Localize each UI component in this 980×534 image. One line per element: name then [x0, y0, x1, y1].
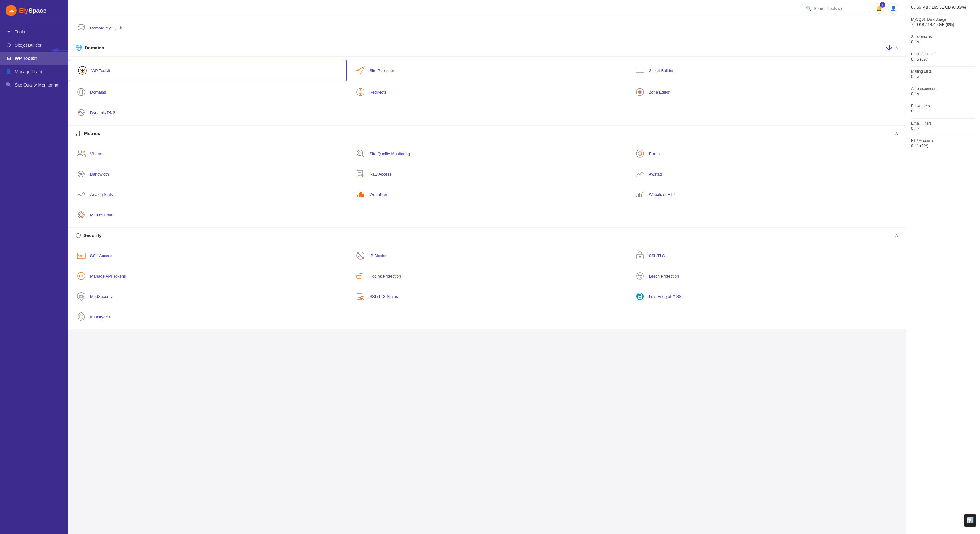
svg-rect-19 — [78, 132, 78, 135]
site-quality-monitoring-tool[interactable]: Site Quality Monitoring — [347, 143, 626, 164]
email-accounts-label: Email Accounts — [911, 52, 975, 56]
user-icon: 👤 — [891, 6, 896, 11]
domains-section-title: 🌐 Domains — [75, 44, 104, 51]
mod-security-tool[interactable]: MOD ModSecurity — [68, 286, 347, 306]
security-toggle[interactable]: ∧ — [895, 233, 899, 238]
bandwidth-label: Bandwidth — [90, 172, 109, 177]
raw-access-tool[interactable]: Raw Access — [347, 164, 626, 184]
ssl-tls-status-label: SSL/TLS Status — [369, 294, 398, 299]
site-publisher-tool[interactable]: Site Publisher — [347, 59, 626, 82]
ssl-tls-status-tool[interactable]: SSL/TLS Status — [347, 286, 626, 306]
ssltls-icon — [634, 250, 646, 261]
manage-api-tokens-tool[interactable]: API Manage API Tokens — [68, 266, 347, 286]
domains-toggle[interactable]: ∧ — [895, 45, 899, 51]
domains-tool[interactable]: Domains — [68, 82, 347, 102]
svg-point-4 — [81, 69, 84, 72]
apitokens-icon: API — [75, 270, 87, 282]
svg-point-6 — [84, 69, 85, 70]
monitor-icon — [634, 65, 646, 77]
svg-rect-18 — [76, 134, 77, 135]
chart-fab-icon: 📊 — [967, 517, 974, 524]
awstats-tool[interactable]: Awstats — [627, 164, 906, 184]
svg-point-21 — [78, 150, 81, 153]
domains-section-header[interactable]: 🌐 Domains ∧ — [68, 39, 906, 57]
subdomains-value: 0 / ∞ — [911, 40, 975, 44]
ip-blocker-tool[interactable]: IP IP Blocker — [347, 245, 626, 266]
security-tools-grid: SSH SSH Access IP — [68, 243, 906, 330]
webalizer-ftp-tool[interactable]: FTP Webalizer FTP — [627, 184, 906, 204]
svg-point-17 — [78, 112, 80, 113]
security-section-header[interactable]: Security ∧ — [68, 228, 906, 243]
bandwidth-tool[interactable]: Bandwidth — [68, 164, 347, 184]
metrics-editor-tool[interactable]: Metrics Editor — [68, 204, 347, 225]
svg-point-5 — [80, 69, 81, 70]
sidebar-item-site-quality[interactable]: 🔍 Site Quality Monitoring — [0, 78, 68, 91]
globe-section-icon: 🌐 — [75, 44, 82, 51]
manage-api-tokens-label: Manage API Tokens — [90, 274, 126, 279]
webalizer-ftp-icon: FTP — [634, 188, 646, 200]
svg-marker-72 — [80, 314, 83, 320]
metrics-toggle[interactable]: ∧ — [895, 131, 899, 136]
shield-icon — [75, 233, 81, 238]
search-input[interactable] — [814, 6, 866, 11]
dynamic-dns-tool[interactable]: Dynamic DNS — [68, 102, 347, 123]
search-box[interactable]: 🔍 — [802, 4, 870, 13]
svg-rect-43 — [641, 194, 642, 198]
visitors-tool[interactable]: Visitors — [68, 143, 347, 164]
email-accounts-value: 0 / 5 (0%) — [911, 57, 975, 62]
sidebar-item-sitejet[interactable]: ⬡ Sitejet Builder — [0, 38, 68, 52]
errors-tool[interactable]: Errors — [627, 143, 906, 164]
ssh-icon: SSH — [75, 250, 87, 261]
wp-toolkit-tool[interactable]: WP Toolkit — [68, 60, 347, 81]
sqm-icon — [355, 148, 366, 159]
ssh-access-tool[interactable]: SSH SSH Access — [68, 245, 347, 266]
mysql-disk-value: 720 KB / 14.49 GB (0%) — [911, 22, 975, 27]
leech-protection-tool[interactable]: Leech Protection — [627, 266, 906, 286]
mod-security-label: ModSecurity — [90, 294, 113, 299]
remote-mysql-item[interactable]: Remote MySQL® — [68, 17, 906, 39]
svg-text:IP: IP — [358, 255, 361, 257]
send-icon — [355, 65, 366, 77]
zone-icon — [634, 86, 646, 98]
redirects-tool[interactable]: Redirects — [347, 82, 626, 102]
logo-icon: ☁ — [6, 5, 17, 16]
sidebar-item-wptoolkit[interactable]: ⊞ WP Toolkit — [0, 52, 68, 65]
svg-point-60 — [641, 275, 642, 276]
site-quality-monitoring-label: Site Quality Monitoring — [369, 151, 410, 156]
search-icon: 🔍 — [806, 6, 811, 11]
zone-editor-tool[interactable]: Zone Editor — [627, 82, 906, 102]
raw-access-label: Raw Access — [369, 172, 391, 177]
disk-usage-stat: 68.56 MB / 195.31 GB (0.03%) — [911, 5, 975, 10]
user-button[interactable]: 👤 — [888, 3, 899, 14]
header: 🔍 🔔 7 👤 — [68, 0, 906, 17]
disk-usage-value: 68.56 MB / 195.31 GB (0.03%) — [911, 5, 975, 10]
metrics-editor-icon — [75, 209, 87, 221]
svg-point-58 — [636, 273, 643, 279]
sidebar-item-tools[interactable]: ✦ Tools — [0, 25, 68, 38]
fab-button[interactable]: 📊 — [964, 514, 976, 527]
lets-encrypt-tool[interactable]: Lets Encrypt™ SSL — [627, 286, 906, 306]
analog-stats-tool[interactable]: Analog Stats — [68, 184, 347, 204]
sidebar-item-tools-label: Tools — [15, 29, 25, 34]
sidebar-item-manage-team[interactable]: 👤 Manage Team — [0, 65, 68, 78]
domains-label: Domains — [90, 90, 106, 94]
hotlink-protection-tool[interactable]: Hotlink Protection — [347, 266, 626, 286]
svg-rect-39 — [362, 194, 364, 198]
metrics-section-header[interactable]: Metrics ∧ — [68, 126, 906, 141]
sidebar-item-wptoolkit-label: WP Toolkit — [15, 56, 37, 61]
svg-rect-40 — [636, 196, 637, 198]
imunify360-tool[interactable]: Imunify360 — [68, 306, 347, 327]
sitejet-builder-tool[interactable]: Sitejet Builder — [627, 59, 906, 82]
notifications-button[interactable]: 🔔 7 — [874, 3, 884, 14]
sidebar-nav: ✦ Tools ⬡ Sitejet Builder ⊞ WP Toolkit 👤… — [0, 21, 68, 95]
ssl-tls-tool[interactable]: SSL/TLS — [627, 245, 906, 266]
wp-icon — [76, 65, 88, 77]
dynamic-dns-label: Dynamic DNS — [90, 110, 116, 115]
brand-logo[interactable]: ☁ ElySpace — [0, 0, 68, 21]
webalizer-tool[interactable]: Webalizer — [347, 184, 626, 204]
svg-point-70 — [640, 296, 641, 298]
analog-stats-label: Analog Stats — [90, 192, 113, 197]
metrics-tools-grid: Visitors Site Quality Monitoring — [68, 141, 906, 228]
letsencrypt-icon — [634, 290, 646, 302]
redirects-label: Redirects — [369, 90, 387, 94]
